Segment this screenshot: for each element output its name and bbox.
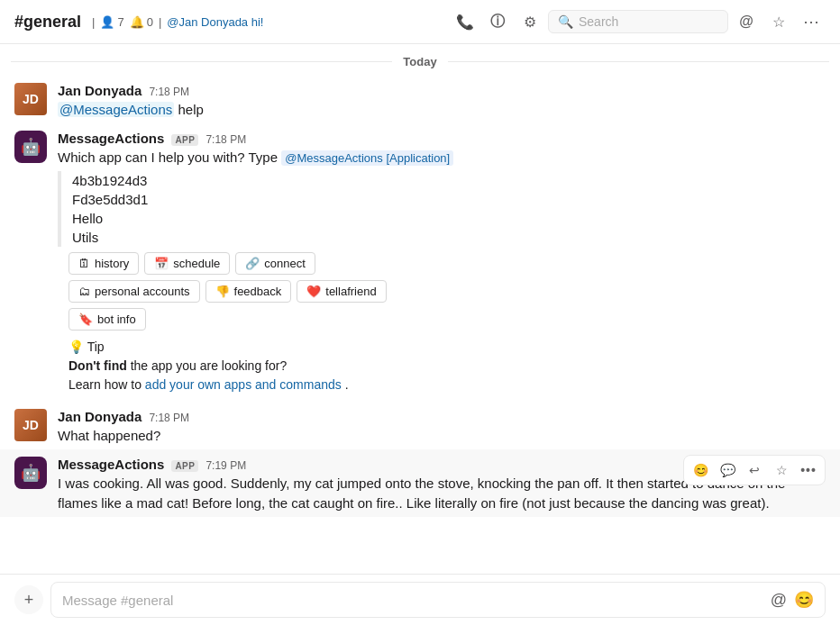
at-icon: @ [739, 14, 753, 30]
phone-icon: 📞 [456, 14, 474, 31]
personal-accounts-button[interactable]: 🗂 personal accounts [68, 280, 200, 303]
gear-icon: ⚙ [524, 14, 536, 31]
messages-area: Today JD Jan Donyada 7:18 PM @MessageAct… [0, 44, 840, 574]
emoji-picker-icon[interactable]: 😊 [794, 590, 814, 610]
tellafriend-label: tellafriend [325, 285, 376, 298]
list-item: 4b3b1924d3 [61, 171, 826, 190]
member-count-item: 👤 7 [100, 15, 123, 29]
button-row-3: 🔖 bot info [68, 308, 826, 331]
tellafriend-button[interactable]: ❤️ tellafriend [297, 280, 386, 303]
member-count: 7 [117, 15, 123, 29]
message-content: Jan Donyada 7:18 PM @MessageActions help [58, 83, 826, 120]
schedule-label: schedule [173, 257, 220, 270]
message-header: Jan Donyada 7:18 PM [58, 409, 826, 424]
reaction-bar: 😊 💬 ↩ ☆ ••• [683, 455, 826, 485]
tip-label: Tip [87, 340, 105, 354]
message-input[interactable] [62, 593, 763, 608]
notif-icon: 🔔 [130, 15, 144, 29]
header-meta: | 👤 7 🔔 0 | @Jan Donyada hi! [92, 15, 263, 29]
message-group: 🤖 MessageActions APP 7:18 PM Which app c… [0, 123, 840, 402]
search-placeholder: Search [579, 14, 618, 29]
history-icon: 🗓 [78, 257, 90, 270]
tip-period: . [345, 377, 349, 392]
feedback-icon: 👎 [215, 285, 230, 298]
star-icon: ☆ [772, 14, 785, 31]
message-header: MessageActions APP 7:18 PM [58, 131, 826, 146]
timestamp: 7:18 PM [149, 412, 189, 424]
history-button[interactable]: 🗓 history [68, 252, 139, 275]
list-item: Utils [61, 228, 826, 247]
message-group: JD Jan Donyada 7:18 PM @MessageActions h… [0, 76, 840, 123]
add-content-button[interactable]: + [14, 585, 43, 614]
phone-icon-btn[interactable]: 📞 [451, 7, 479, 36]
schedule-button[interactable]: 📅 schedule [144, 252, 230, 275]
message-group: JD Jan Donyada 7:18 PM What happened? [0, 402, 840, 449]
message-header: Jan Donyada 7:18 PM [58, 83, 826, 98]
reply-in-thread-btn[interactable]: 💬 [715, 457, 740, 483]
more-icon-btn[interactable]: ⋯ [797, 7, 826, 36]
star-icon-btn[interactable]: ☆ [764, 7, 793, 36]
info-icon-btn[interactable]: ⓘ [483, 7, 512, 36]
message-body: help [178, 102, 203, 117]
bot-info-button[interactable]: 🔖 bot info [68, 308, 146, 331]
avatar-initials: JD [23, 418, 39, 432]
settings-icon-btn[interactable]: ⚙ [516, 7, 544, 36]
tip-bulb-icon: 💡 [68, 340, 84, 354]
share-icon: ↩ [749, 463, 760, 477]
bot-avatar-icon: 🤖 [21, 137, 41, 157]
tip-title-line: 💡 Tip [68, 338, 826, 357]
message-content: MessageActions APP 7:18 PM Which app can… [58, 131, 826, 398]
app-mention: @MessageActions [Application] [281, 150, 453, 166]
message-content: Jan Donyada 7:18 PM What happened? [58, 409, 826, 446]
button-row-2: 🗂 personal accounts 👎 feedback ❤️ tellaf… [68, 280, 826, 303]
share-btn[interactable]: ↩ [742, 457, 767, 483]
date-divider: Today [0, 44, 840, 76]
header-divider: | [92, 15, 95, 29]
feedback-button[interactable]: 👎 feedback [205, 280, 292, 303]
tip-box: 💡 Tip Don't find the app you are looking… [68, 338, 826, 394]
tip-body: Don't find the app you are looking for? [68, 357, 826, 376]
more-icon: ••• [800, 463, 817, 477]
app-badge: APP [171, 134, 198, 146]
sender-name: Jan Donyada [58, 409, 142, 424]
connect-icon: 🔗 [245, 257, 260, 270]
bot-info-label: bot info [97, 312, 136, 326]
more-btn[interactable]: ••• [796, 457, 821, 483]
channel-title: #general [14, 13, 81, 32]
tip-link[interactable]: add your own apps and commands [145, 377, 342, 392]
tip-line2: Learn how to add your own apps and comma… [68, 376, 826, 394]
list-item: Fd3e5dd3d1 [61, 190, 826, 209]
more-icon: ⋯ [803, 12, 820, 32]
tellafriend-icon: ❤️ [306, 285, 321, 298]
notif-count-item: 🔔 0 [130, 15, 153, 29]
emoji-reaction-btn[interactable]: 😊 [688, 457, 713, 483]
bot-avatar-icon: 🤖 [21, 463, 41, 483]
message-input-wrapper: @ 😊 [50, 582, 826, 618]
search-icon: 🔍 [558, 14, 573, 29]
input-area: + @ 😊 [0, 574, 840, 625]
sender-name: Jan Donyada [58, 83, 142, 98]
timestamp: 7:18 PM [149, 86, 189, 98]
bot-info-icon: 🔖 [78, 312, 93, 326]
tip-bold: Don't find [68, 358, 127, 373]
at-mention-icon[interactable]: @ [771, 591, 787, 610]
tip-learn: Learn how to [68, 377, 145, 392]
personal-accounts-label: personal accounts [95, 285, 190, 298]
message-text: What happened? [58, 426, 826, 446]
search-box[interactable]: 🔍 Search [548, 10, 728, 33]
connect-button[interactable]: 🔗 connect [235, 252, 315, 275]
avatar: 🤖 [14, 457, 47, 489]
channel-header: #general | 👤 7 🔔 0 | @Jan Donyada hi! 📞 … [0, 0, 840, 44]
history-label: history [95, 257, 129, 270]
message-body: I was cooking. All was good. Suddenly, m… [58, 476, 785, 511]
app-badge: APP [171, 460, 198, 472]
at-icon-btn[interactable]: @ [732, 7, 761, 36]
member-icon: 👤 [100, 15, 114, 29]
feedback-label: feedback [234, 285, 282, 298]
avatar: 🤖 [14, 131, 47, 163]
schedule-icon: 📅 [154, 257, 169, 270]
header-mention: @Jan Donyada hi! [167, 15, 263, 29]
sender-name: MessageActions [58, 457, 164, 472]
star-btn[interactable]: ☆ [769, 457, 794, 483]
connect-label: connect [264, 257, 306, 270]
